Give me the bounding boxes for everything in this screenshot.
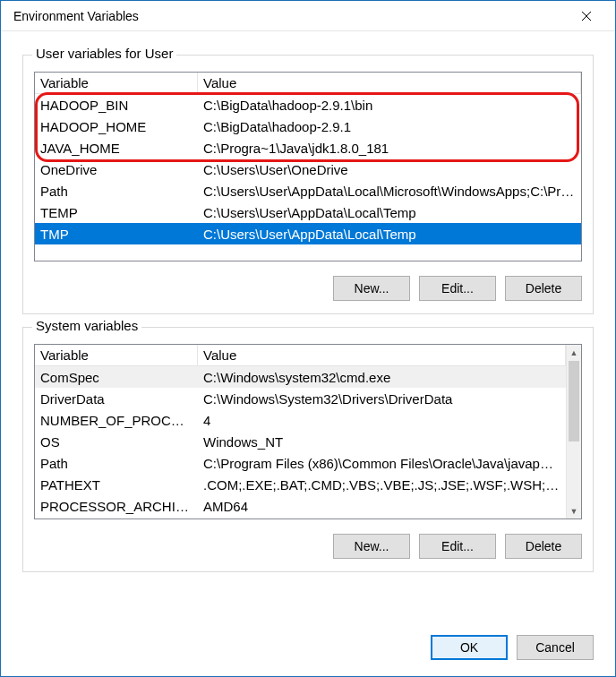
cell-value: .COM;.EXE;.BAT;.CMD;.VBS;.VBE;.JS;.JSE;.… — [198, 477, 566, 493]
cell-variable: JAVA_HOME — [35, 141, 198, 156]
cell-variable: HADOOP_BIN — [35, 98, 198, 113]
system-vars-listbox[interactable]: Variable Value ComSpecC:\Windows\system3… — [34, 344, 582, 519]
cell-value: C:\Users\User\OneDrive — [198, 162, 581, 177]
cell-value: C:\Program Files (x86)\Common Files\Orac… — [198, 456, 566, 471]
col-value[interactable]: Value — [198, 73, 581, 93]
col-value[interactable]: Value — [198, 345, 566, 365]
table-row[interactable]: TMPC:\Users\User\AppData\Local\Temp — [35, 223, 581, 244]
table-row[interactable]: TEMPC:\Users\User\AppData\Local\Temp — [35, 201, 581, 223]
cell-variable: TEMP — [35, 205, 198, 220]
cell-variable: Path — [35, 456, 198, 471]
system-vars-buttons: New... Edit... Delete — [34, 534, 582, 559]
system-vars-header: Variable Value — [35, 345, 566, 366]
close-icon — [581, 11, 592, 21]
system-delete-button[interactable]: Delete — [505, 534, 582, 559]
cell-variable: ComSpec — [35, 370, 198, 385]
user-new-button[interactable]: New... — [333, 276, 410, 301]
system-vars-label: System variables — [32, 318, 141, 333]
cell-variable: HADOOP_HOME — [35, 119, 198, 134]
table-row[interactable]: DriverDataC:\Windows\System32\Drivers\Dr… — [35, 388, 566, 409]
scroll-thumb[interactable] — [569, 361, 579, 441]
cell-value: Windows_NT — [198, 434, 566, 450]
user-vars-header: Variable Value — [35, 73, 581, 94]
cell-variable: TMP — [35, 227, 198, 242]
user-vars-buttons: New... Edit... Delete — [34, 276, 582, 301]
close-button[interactable] — [567, 3, 606, 30]
table-row[interactable]: HADOOP_BINC:\BigData\hadoop-2.9.1\bin — [35, 94, 581, 116]
dialog-body: User variables for User Variable Value H… — [1, 31, 615, 622]
cell-value: 4 — [198, 413, 566, 428]
system-edit-button[interactable]: Edit... — [419, 534, 496, 559]
user-vars-group: User variables for User Variable Value H… — [22, 55, 594, 314]
cell-value: C:\Windows\System32\Drivers\DriverData — [198, 391, 566, 407]
user-vars-label: User variables for User — [32, 46, 176, 61]
cell-value: C:\Progra~1\Java\jdk1.8.0_181 — [198, 141, 581, 156]
cell-value: C:\BigData\hadoop-2.9.1 — [198, 119, 581, 134]
table-row[interactable]: PathC:\Program Files (x86)\Common Files\… — [35, 452, 566, 474]
titlebar: Environment Variables — [1, 1, 615, 31]
env-vars-dialog: Environment Variables User variables for… — [0, 0, 616, 677]
cell-value: C:\Windows\system32\cmd.exe — [198, 370, 566, 385]
window-title: Environment Variables — [13, 9, 567, 23]
cancel-button[interactable]: Cancel — [517, 635, 594, 660]
table-row[interactable]: JAVA_HOMEC:\Progra~1\Java\jdk1.8.0_181 — [35, 137, 581, 159]
user-edit-button[interactable]: Edit... — [419, 276, 496, 301]
scroll-up-icon[interactable]: ▲ — [567, 345, 581, 360]
cell-value: AMD64 — [198, 499, 566, 514]
ok-button[interactable]: OK — [431, 635, 508, 660]
user-delete-button[interactable]: Delete — [505, 276, 582, 301]
cell-variable: NUMBER_OF_PROCESSORS — [35, 413, 198, 428]
table-row[interactable]: ComSpecC:\Windows\system32\cmd.exe — [35, 366, 566, 388]
system-new-button[interactable]: New... — [333, 534, 410, 559]
user-vars-listbox[interactable]: Variable Value HADOOP_BINC:\BigData\hado… — [34, 72, 582, 261]
cell-variable: PATHEXT — [35, 477, 198, 493]
system-scrollbar[interactable]: ▲ ▼ — [566, 345, 581, 518]
table-row[interactable]: OneDriveC:\Users\User\OneDrive — [35, 159, 581, 180]
table-row[interactable]: PATHEXT.COM;.EXE;.BAT;.CMD;.VBS;.VBE;.JS… — [35, 474, 566, 495]
cell-variable: OneDrive — [35, 162, 198, 177]
table-row[interactable]: OSWindows_NT — [35, 431, 566, 452]
cell-variable: Path — [35, 184, 198, 199]
table-row[interactable]: PathC:\Users\User\AppData\Local\Microsof… — [35, 180, 581, 201]
table-row[interactable]: NUMBER_OF_PROCESSORS4 — [35, 409, 566, 431]
col-variable[interactable]: Variable — [35, 73, 198, 93]
cell-value: C:\BigData\hadoop-2.9.1\bin — [198, 98, 581, 113]
table-row[interactable]: PROCESSOR_ARCHITECTUAMD64 — [35, 495, 566, 517]
system-vars-group: System variables Variable Value ComSpecC… — [22, 327, 594, 572]
col-variable[interactable]: Variable — [35, 345, 198, 365]
cell-value: C:\Users\User\AppData\Local\Temp — [198, 205, 581, 220]
scroll-down-icon[interactable]: ▼ — [567, 503, 581, 518]
table-row[interactable]: HADOOP_HOMEC:\BigData\hadoop-2.9.1 — [35, 116, 581, 137]
cell-value: C:\Users\User\AppData\Local\Temp — [198, 227, 581, 242]
cell-value: C:\Users\User\AppData\Local\Microsoft\Wi… — [198, 184, 581, 199]
cell-variable: DriverData — [35, 391, 198, 407]
cell-variable: OS — [35, 434, 198, 450]
cell-variable: PROCESSOR_ARCHITECTU — [35, 499, 198, 514]
dialog-footer: OK Cancel — [1, 622, 615, 676]
